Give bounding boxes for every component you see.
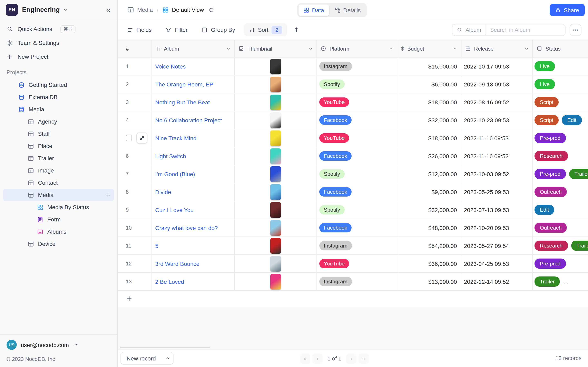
chevron-down-icon[interactable] <box>453 46 457 51</box>
budget-cell[interactable]: $32,000.00 <box>397 201 461 218</box>
album-link[interactable]: Crazy what love can do? <box>155 225 218 231</box>
sidebar-tree-item[interactable]: Form <box>3 213 114 225</box>
thumbnail-image[interactable] <box>270 76 281 92</box>
fields-button[interactable]: Fields <box>122 23 156 36</box>
chevron-down-icon[interactable] <box>389 46 393 51</box>
thumbnail-image[interactable] <box>270 202 281 217</box>
platform-cell[interactable]: YouTube <box>317 129 397 147</box>
last-page-button[interactable]: » <box>359 353 369 364</box>
release-cell[interactable]: 2022-10-23 09:53 <box>461 111 533 129</box>
table-row[interactable]: 8 Divide Facebook $9,000.00 2023-05-25 0… <box>118 183 588 201</box>
tab-data[interactable]: Data <box>298 4 329 16</box>
budget-cell[interactable]: $15,000.00 <box>397 58 461 75</box>
budget-cell[interactable]: $9,000.00 <box>397 183 461 201</box>
table-row[interactable]: Nine Track Mind YouTube $18,000.00 2022-… <box>118 129 588 147</box>
column-header-album[interactable]: TT Album <box>152 40 235 57</box>
toolbar-more-button[interactable]: ••• <box>570 24 581 36</box>
thumbnail-image[interactable] <box>270 58 281 74</box>
platform-cell[interactable]: Instagram <box>317 237 397 254</box>
row-height-button[interactable] <box>293 27 299 33</box>
status-cell[interactable]: Outreach <box>533 219 588 236</box>
platform-cell[interactable]: Facebook <box>317 111 397 129</box>
album-link[interactable]: Voice Notes <box>155 63 186 69</box>
platform-cell[interactable]: Spotify <box>317 165 397 183</box>
table-row[interactable]: 4 No.6 Collaboration Project Facebook $3… <box>118 111 588 129</box>
sidebar-tree-item[interactable]: Image <box>3 164 114 176</box>
status-cell[interactable]: ScriptEdit <box>533 111 588 129</box>
album-link[interactable]: Cuz I Love You <box>155 207 194 213</box>
status-cell[interactable]: Pre-prod <box>533 129 588 147</box>
column-header-platform[interactable]: Platform <box>317 40 397 57</box>
refresh-icon[interactable] <box>209 7 214 12</box>
breadcrumb-view-name[interactable]: Default View <box>172 7 204 13</box>
table-row[interactable]: 6 Light Switch Facebook $26,000.00 2022-… <box>118 147 588 165</box>
column-header-release[interactable]: Release <box>461 40 533 57</box>
album-link[interactable]: The Orange Room, EP <box>155 81 213 87</box>
platform-cell[interactable]: Facebook <box>317 183 397 201</box>
album-link[interactable]: I'm Good (Blue) <box>155 171 195 177</box>
status-cell[interactable]: Edit <box>533 201 588 218</box>
table-row[interactable]: 9 Cuz I Love You Spotify $32,000.00 2023… <box>118 201 588 219</box>
budget-cell[interactable]: $54,200.00 <box>397 237 461 254</box>
status-cell[interactable]: Outreach <box>533 183 588 201</box>
table-row[interactable]: 11 5 Instagram $54,200.00 2023-05-27 09:… <box>118 237 588 255</box>
thumbnail-image[interactable] <box>270 256 281 271</box>
status-cell[interactable]: Script <box>533 93 588 111</box>
filter-button[interactable]: Filter <box>161 23 192 36</box>
status-cell[interactable]: Pre-prodTrailer <box>533 165 588 183</box>
release-cell[interactable]: 2023-05-27 09:54 <box>461 237 533 254</box>
status-cell[interactable]: Research <box>533 147 588 165</box>
album-link[interactable]: Light Switch <box>155 153 186 159</box>
platform-cell[interactable]: YouTube <box>317 255 397 272</box>
table-row[interactable]: 12 3rd Ward Bounce YouTube $36,000.00 20… <box>118 255 588 273</box>
chevron-down-icon[interactable] <box>308 46 313 51</box>
release-cell[interactable]: 2022-08-16 09:52 <box>461 93 533 111</box>
search-field-selector[interactable]: Album <box>452 24 486 35</box>
chevron-down-icon[interactable] <box>63 7 68 12</box>
workspace-name[interactable]: Engineering <box>22 6 60 13</box>
team-settings-item[interactable]: Team & Settings <box>3 37 114 49</box>
quick-actions-item[interactable]: Quick Actions ⌘ K <box>3 23 114 35</box>
thumbnail-image[interactable] <box>270 94 281 110</box>
budget-cell[interactable]: $26,000.00 <box>397 147 461 165</box>
column-header-thumbnail[interactable]: Thumbnail <box>235 40 317 57</box>
thumbnail-image[interactable] <box>270 238 281 253</box>
tab-details[interactable]: Details <box>330 4 366 16</box>
release-cell[interactable]: 2022-09-18 09:53 <box>461 75 533 93</box>
next-page-button[interactable]: › <box>346 353 356 364</box>
add-view-plus-icon[interactable] <box>105 192 111 198</box>
expand-record-button[interactable] <box>136 133 147 143</box>
sidebar-tree-item[interactable]: Media By Status <box>3 201 114 213</box>
thumbnail-image[interactable] <box>270 166 281 182</box>
breadcrumb-table-name[interactable]: Media <box>137 7 153 13</box>
platform-cell[interactable]: Instagram <box>317 58 397 75</box>
sidebar-tree-item[interactable]: Media <box>3 103 114 115</box>
album-link[interactable]: Nothing But The Beat <box>155 99 210 105</box>
release-cell[interactable]: 2022-12-14 09:52 <box>461 273 533 290</box>
group-by-button[interactable]: Group By <box>197 23 240 36</box>
album-link[interactable]: 3rd Ward Bounce <box>155 260 199 267</box>
budget-cell[interactable]: $13,000.00 <box>397 273 461 290</box>
release-cell[interactable]: 2022-10-17 09:53 <box>461 58 533 75</box>
thumbnail-image[interactable] <box>270 112 281 128</box>
sidebar-tree-item[interactable]: Staff <box>3 128 114 140</box>
release-cell[interactable]: 2022-10-03 09:52 <box>461 165 533 183</box>
horizontal-scrollbar[interactable] <box>120 347 210 348</box>
sidebar-tree-item[interactable]: Device <box>3 238 114 250</box>
sidebar-tree-item[interactable]: ExternalDB <box>3 91 114 103</box>
release-cell[interactable]: 2022-11-16 09:52 <box>461 147 533 165</box>
platform-cell[interactable]: Facebook <box>317 147 397 165</box>
platform-cell[interactable]: YouTube <box>317 93 397 111</box>
budget-cell[interactable]: $12,000.00 <box>397 165 461 183</box>
platform-cell[interactable]: Spotify <box>317 201 397 218</box>
user-menu[interactable]: US user@nocodb.com <box>7 340 111 350</box>
thumbnail-image[interactable] <box>270 148 281 164</box>
status-cell[interactable]: Live <box>533 75 588 93</box>
sort-button[interactable]: Sort 2 <box>244 23 287 36</box>
new-project-item[interactable]: New Project <box>3 50 114 63</box>
album-link[interactable]: 5 <box>155 242 158 249</box>
table-row[interactable]: 7 I'm Good (Blue) Spotify $12,000.00 202… <box>118 165 588 183</box>
sidebar-tree-item[interactable]: Trailer <box>3 152 114 164</box>
budget-cell[interactable]: $18,000.00 <box>397 129 461 147</box>
search-input[interactable] <box>486 24 565 35</box>
